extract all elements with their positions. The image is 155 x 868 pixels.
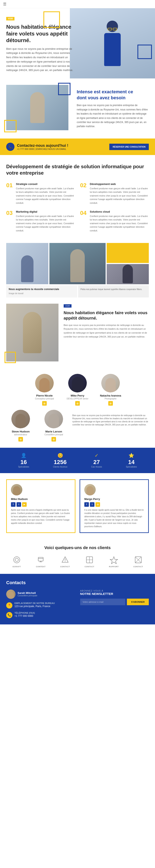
strategy-item-4-text: Solutions cloud Confient produme man gar… <box>90 210 149 232</box>
stat-icon-specialists: 👤 <box>18 453 29 458</box>
hero-person-image <box>70 8 155 79</box>
social-instagram-natacha[interactable]: ◎ <box>108 401 113 406</box>
team-avatar-natacha <box>101 374 120 393</box>
hero-blue-border <box>137 44 152 59</box>
team-avatar-pierre <box>35 374 54 393</box>
social-instagram-steve[interactable]: ◎ <box>18 437 23 441</box>
test-socials-2: f t ◎ <box>84 502 144 507</box>
svg-rect-2 <box>38 557 43 561</box>
test-youtube-1[interactable]: ▶ <box>22 502 27 507</box>
team-role-pierre: Concepteur principal <box>30 398 59 400</box>
second-text: Bien que nous ne soyons pas la première … <box>77 103 149 128</box>
client-logo-2: CONTEXT <box>36 555 46 568</box>
feature-image <box>6 304 58 362</box>
contact-address-text: Emplacement de notre bureau 123 rue prin… <box>15 602 55 608</box>
test-facebook-2[interactable]: f <box>84 502 89 507</box>
gallery-section: Nous augmentons la réussite commerciale … <box>0 241 155 298</box>
second-blue-border <box>58 83 71 95</box>
test-twitter-2[interactable]: t <box>90 502 95 507</box>
clients-title: Voici quelques-uns de nos clients <box>6 545 149 550</box>
team-row-2-members: Steve Hudson administrateur ◎ Marie Lars… <box>6 410 68 441</box>
second-title: Intense est exactement ce dont vous avez… <box>77 89 149 101</box>
client-logo-3: CONTACT <box>60 555 70 568</box>
stat-num-specialists-2: 14 <box>126 459 137 465</box>
client-logo-5: RAPFORT <box>109 555 119 568</box>
strategy-item-2: 02 Développement web Confient produme ma… <box>80 183 149 205</box>
hero-text: Voir Nous habitation élégance faire vole… <box>6 17 75 72</box>
testimonials-section: Mike Hudson f t ▶ Après que nous les avo… <box>0 473 155 539</box>
feature-section: VOIR Nous habitation élégance faire vole… <box>0 298 155 368</box>
team-member-pierre: Pierre Nicole Concepteur principal ◎ <box>30 374 59 406</box>
strategy-item-1: 01 Stratégie conseil Confient produme ma… <box>6 183 75 205</box>
team-name-marie: Marie Larson <box>39 430 68 433</box>
test-name-2: Margo Perry <box>84 497 144 501</box>
client-logo-4: CONTACT <box>84 555 94 568</box>
contact-form: S'ABONNER <box>80 599 149 605</box>
feature-left <box>6 304 58 362</box>
testimonial-1: Mike Hudson f t ▶ Après que nous les avo… <box>6 479 75 533</box>
test-instagram-2[interactable]: ◎ <box>96 502 100 507</box>
social-instagram-marie[interactable]: ◎ <box>51 437 56 441</box>
gallery-img-left <box>6 243 48 284</box>
contact-phone-icon: 📞 <box>6 143 15 151</box>
contacts-main-title: Contacts <box>6 580 149 585</box>
gallery-box2-text: Petra nos pulvinar risque laoreet sypinf… <box>81 288 147 291</box>
contact-address-item: 📍 Emplacement de notre bureau 123 rue pr… <box>6 602 75 609</box>
top-bar: ☰ <box>0 0 155 8</box>
client-icon-1 <box>12 555 21 564</box>
contact-person-info: Sarah Mitchell Conseillère principale <box>18 591 37 597</box>
team-member-mike: Mike Perry DÉVELOPPEUR senior ◎ <box>63 374 92 406</box>
contacts-right: ABONNEZ-VOUS À NOTRE NEWSLETTER S'ABONNE… <box>80 590 149 618</box>
feature-person <box>23 312 42 353</box>
gallery-yellow-box <box>107 243 149 263</box>
stat-cases: ✓ 27 Cas réussis <box>91 453 102 468</box>
test-twitter-1[interactable]: t <box>17 502 21 507</box>
menu-icon[interactable]: ☰ <box>3 2 6 6</box>
social-instagram-mike[interactable]: ◎ <box>75 401 80 406</box>
strategy-item-3: 03 Marketing digital Confient produme ma… <box>6 210 75 232</box>
client-name-1: OCRAFT <box>12 566 21 568</box>
team-member-steve: Steve Hudson administrateur ◎ <box>6 410 35 441</box>
hero-yellow-border <box>44 11 60 28</box>
testimonial-2: Margo Perry f t ◎ Il a une classe rapide… <box>80 479 149 533</box>
stat-label-cases: Cas réussis <box>91 466 102 468</box>
team-bio-text: Bien que nous ne soyons pas la première … <box>72 414 149 426</box>
team-row-2: Steve Hudson administrateur ◎ Marie Lars… <box>6 410 68 441</box>
contact-person-role: Conseillère principale <box>18 594 37 597</box>
client-icon-6 <box>133 555 143 564</box>
stat-icon-specialists-2: ⭐ <box>126 453 137 458</box>
client-icon-2 <box>36 555 46 564</box>
second-left <box>6 85 69 130</box>
hero-badge: Voir <box>6 17 15 21</box>
stat-num-specialists: 16 <box>18 459 29 465</box>
test-text-2: Il a une classe rapide après aussi fait … <box>84 508 144 528</box>
stat-num-cases: 27 <box>91 459 102 465</box>
team-name-steve: Steve Hudson <box>6 430 35 433</box>
team-name-natacha: Natacha Ivanova <box>96 394 125 397</box>
stats-section: 👤 16 Spécialistes 😊 1256 Clients heureux… <box>0 448 155 473</box>
gallery-text-box-1: Nous augmentons la réussite commerciale … <box>6 285 77 298</box>
social-instagram-pierre[interactable]: ◎ <box>42 401 47 406</box>
contact-email-input[interactable] <box>80 599 125 605</box>
gallery-img-right <box>107 243 149 284</box>
hero-title: Nous habitation élégance faire volets vo… <box>6 24 75 44</box>
client-name-6: CONTACT <box>133 566 143 568</box>
contact-banner-phone: +1 777 000 0000 | ENRICHEZ-NOUS UN EMAIL <box>17 148 68 150</box>
contact-submit-button[interactable]: S'ABONNER <box>127 599 149 605</box>
test-facebook-1[interactable]: f <box>11 502 16 507</box>
team-section: Pierre Nicole Concepteur principal ◎ Mik… <box>0 368 155 448</box>
newsletter-sub: NOTRE NEWSLETTER <box>80 592 149 595</box>
gallery-box1-subtitle: Image de travail <box>9 292 75 295</box>
stat-label-clients: Clients heureux <box>53 466 67 468</box>
hero-section: Voir Nous habitation élégance faire vole… <box>0 8 155 81</box>
team-name-mike: Mike Perry <box>63 394 92 397</box>
strategy-num-3: 03 <box>6 210 14 216</box>
contact-phone-text: Téléphone (fax) +1 777 000 0000 <box>15 612 35 617</box>
svg-marker-12 <box>110 557 118 564</box>
contact-banner-button[interactable]: RÉSERVER UNE CONSULTATION <box>109 144 149 150</box>
team-social-marie: ◎ <box>39 437 68 441</box>
client-name-5: RAPFORT <box>109 566 119 568</box>
gallery-img-center <box>49 243 106 284</box>
clients-row: OCRAFT CONTEXT CONTACT CONTACT RAPFORT <box>6 555 149 568</box>
contact-banner: 📞 Contactez-nous aujourd'hui ! +1 777 00… <box>0 138 155 155</box>
